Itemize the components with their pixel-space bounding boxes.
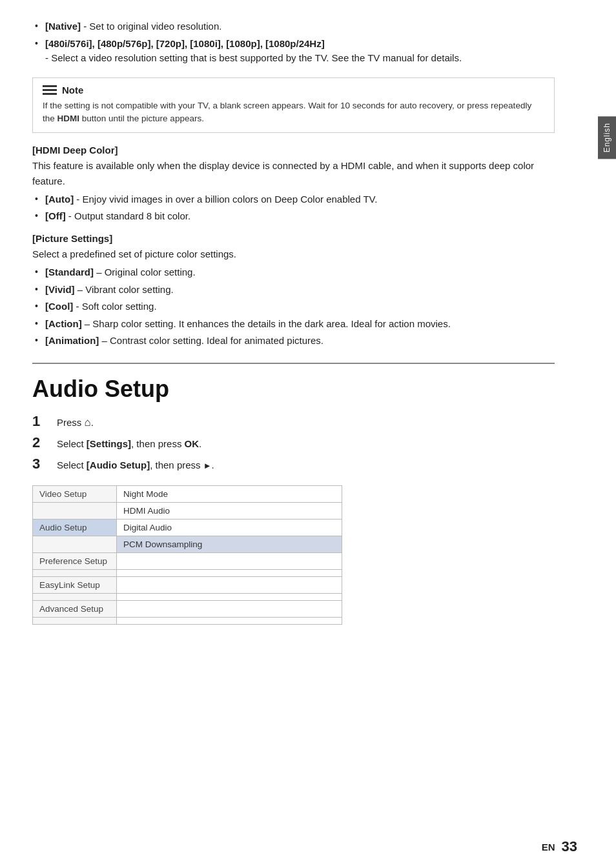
step-num-1: 1 — [32, 413, 52, 430]
content-area: [Native] - Set to original video resolut… — [32, 19, 555, 625]
bullet-label: [Standard] — [45, 267, 94, 278]
table-row: Audio Setup Digital Audio — [33, 520, 342, 536]
bullet-label: [Off] — [45, 210, 66, 221]
table-cell-right: Night Mode — [117, 486, 342, 503]
list-item: [Animation] – Contrast color setting. Id… — [32, 334, 555, 348]
bullet-text: - Soft color setting. — [76, 301, 157, 312]
picture-settings-section: [Picture Settings] Select a predefined s… — [32, 233, 555, 348]
list-item: [Cool] - Soft color setting. — [32, 299, 555, 314]
step-3: 3 Select [Audio Setup], then press ►. — [32, 456, 555, 473]
list-item: [Action] – Sharp color setting. It enhan… — [32, 317, 555, 332]
audio-setup-title: Audio Setup — [32, 376, 555, 403]
bullet-text: – Vibrant color setting. — [77, 284, 174, 295]
table-row: Video Setup Night Mode — [33, 486, 342, 503]
bullet-text: – Original color setting. — [96, 267, 195, 278]
step-2: 2 Select [Settings], then press OK. — [32, 434, 555, 452]
note-icon — [43, 85, 57, 95]
table-cell-right: HDMI Audio — [117, 503, 342, 520]
bullet-label: [Action] — [45, 318, 82, 329]
bullet-text: - Select a video resolution setting that… — [45, 52, 462, 63]
table-cell-right-highlighted: PCM Downsampling — [117, 536, 342, 553]
table-cell-left: Preference Setup — [33, 553, 117, 570]
table-row: PCM Downsampling — [33, 536, 342, 553]
steps-list: 1 Press ⌂. 2 Select [Settings], then pre… — [32, 413, 555, 473]
bullet-label: [Vivid] — [45, 284, 75, 295]
table-cell-left — [33, 503, 117, 520]
page-container: English [Native] - Set to original video… — [0, 0, 616, 868]
table-cell-left: Video Setup — [33, 486, 117, 503]
table-row — [33, 594, 342, 601]
footer-page-num: 33 — [562, 838, 577, 855]
note-box: Note If the setting is not compatible wi… — [32, 77, 555, 134]
list-item: [Native] - Set to original video resolut… — [32, 19, 555, 34]
table-row: Preference Setup — [33, 553, 342, 570]
hdmi-bullets: [Auto] - Enjoy vivid images in over a bi… — [32, 192, 555, 224]
note-text: If the setting is not compatible with yo… — [43, 99, 544, 126]
table-cell-left — [33, 570, 117, 577]
table-row: Advanced Setup — [33, 601, 342, 618]
table-row — [33, 570, 342, 577]
bullet-text: – Contrast color setting. Ideal for anim… — [102, 335, 324, 346]
bullet-text: - Set to original video resolution. — [83, 21, 221, 32]
hdmi-intro: This feature is available only when the … — [32, 158, 555, 188]
side-tab: English — [598, 116, 616, 159]
table-cell-left — [33, 594, 117, 601]
bullet-label: [Cool] — [45, 301, 73, 312]
table-cell-left: Advanced Setup — [33, 601, 117, 618]
table-cell-right — [117, 618, 342, 625]
footer-en-label: EN — [542, 842, 555, 853]
table-cell-right — [117, 577, 342, 594]
bullet-text: - Output standard 8 bit color. — [68, 210, 190, 221]
table-cell-left — [33, 536, 117, 553]
table-cell-right — [117, 594, 342, 601]
table-cell-left: EasyLink Setup — [33, 577, 117, 594]
bullet-label: [Auto] — [45, 194, 74, 205]
table-cell-right — [117, 570, 342, 577]
step-text-2: Select [Settings], then press OK. — [57, 437, 201, 452]
table-cell-right — [117, 601, 342, 618]
list-item: [Off] - Output standard 8 bit color. — [32, 209, 555, 224]
list-item: [Auto] - Enjoy vivid images in over a bi… — [32, 192, 555, 207]
picture-heading: [Picture Settings] — [32, 233, 555, 244]
bullet-text: - Enjoy vivid images in over a billion c… — [76, 194, 377, 205]
step-num-2: 2 — [32, 434, 52, 451]
picture-bullets: [Standard] – Original color setting. [Vi… — [32, 265, 555, 348]
bullet-label: [Animation] — [45, 335, 99, 346]
step-1: 1 Press ⌂. — [32, 413, 555, 431]
setup-table: Video Setup Night Mode HDMI Audio Audio … — [32, 485, 342, 625]
section-divider — [32, 363, 555, 364]
table-row: EasyLink Setup — [33, 577, 342, 594]
step-text-1: Press ⌂. — [57, 414, 94, 431]
table-cell-left — [33, 618, 117, 625]
list-item: [Standard] – Original color setting. — [32, 265, 555, 280]
bullet-text: – Sharp color setting. It enhances the d… — [85, 318, 451, 329]
table-cell-right — [117, 553, 342, 570]
top-bullet-list: [Native] - Set to original video resolut… — [32, 19, 555, 66]
table-cell-left-highlighted: Audio Setup — [33, 520, 117, 536]
home-icon: ⌂ — [85, 416, 91, 429]
hdmi-deep-color-section: [HDMI Deep Color] This feature is availa… — [32, 145, 555, 224]
note-header: Note — [43, 85, 544, 96]
tri-right-icon: ► — [203, 461, 212, 470]
table-cell-right: Digital Audio — [117, 520, 342, 536]
step-num-3: 3 — [32, 456, 52, 472]
bullet-label: [Native] — [45, 21, 81, 32]
table-row: HDMI Audio — [33, 503, 342, 520]
hdmi-heading: [HDMI Deep Color] — [32, 145, 555, 156]
page-footer: EN 33 — [542, 838, 577, 855]
table-row — [33, 618, 342, 625]
bullet-label: [480i/576i], [480p/576p], [720p], [1080i… — [45, 38, 325, 49]
list-item: [Vivid] – Vibrant color setting. — [32, 283, 555, 298]
step-text-3: Select [Audio Setup], then press ►. — [57, 458, 214, 473]
audio-setup-section: Audio Setup 1 Press ⌂. 2 Select [Setting… — [32, 376, 555, 625]
note-title: Note — [62, 85, 83, 96]
list-item: [480i/576i], [480p/576p], [720p], [1080i… — [32, 37, 555, 66]
picture-intro: Select a predefined set of picture color… — [32, 247, 555, 261]
